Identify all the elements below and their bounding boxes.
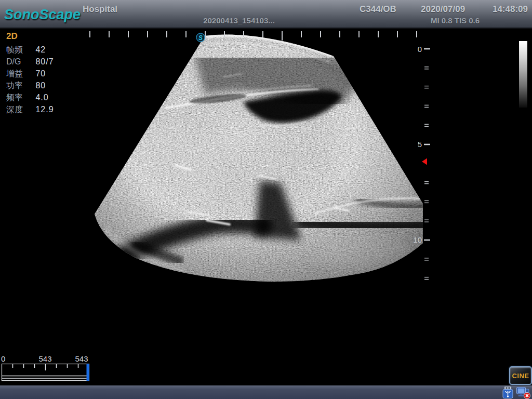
probe-preset: C344/OB [360,4,396,15]
param-value: 70 [35,69,46,78]
ultrasound-image-canvas[interactable]: S [0,0,532,399]
brand-logo: SonoScape [4,7,81,23]
param-label: 频率 [6,91,33,103]
orientation-marker-icon: S [196,33,205,42]
usb-icon[interactable] [501,386,514,399]
param-row-depth: 深度 12.9 [6,103,54,115]
bmode-fan-image [86,26,429,286]
cine-button[interactable]: CINE [509,366,532,385]
cine-total-value: 543 [66,354,97,363]
depth-label-10: 10 [408,235,422,244]
hospital-name: Hospital [83,4,117,15]
focus-marker-icon [422,158,427,165]
param-label: 功率 [6,79,33,91]
cine-gauge [2,364,90,381]
param-value: 12.9 [35,105,54,114]
top-bar: SonoScape Hospital 20200413_154103... C3… [0,0,532,29]
svg-text:S: S [198,34,203,42]
network-error-icon[interactable] [516,386,531,399]
param-label: D/G [6,56,33,68]
depth-label-5: 5 [408,140,422,149]
cine-current-value: 543 [30,354,61,363]
param-label: 增益 [6,68,33,79]
ultrasound-screen: { "header": { "brand": "SonoScape", "hos… [0,0,532,399]
date: 2020/07/09 [421,4,465,15]
param-value: 4.0 [35,93,48,102]
time: 14:48:09 [493,4,528,15]
grayscale-bar [519,41,527,108]
param-row-dg: D/G 80/7 [6,56,54,68]
param-value: 80 [35,81,46,90]
image-parameters-panel: 2D 帧频 42 D/G 80/7 增益 70 功率 80 频率 4.0 深度 … [6,31,54,115]
status-bar [0,385,532,399]
mode-label: 2D [6,31,54,44]
param-row-power: 功率 80 [6,79,54,91]
param-row-frequency: 频率 4.0 [6,91,54,103]
param-row-framerate: 帧频 42 [6,44,54,56]
param-label: 帧频 [6,44,33,56]
mi-tis-indices: MI 0.8 TIS 0.6 [425,16,485,25]
param-label: 深度 [6,103,33,115]
param-value: 80/7 [35,57,54,66]
param-row-gain: 增益 70 [6,68,54,79]
param-value: 42 [35,45,46,54]
exam-id: 20200413_154103... [177,16,301,25]
cine-position-marker[interactable] [87,364,90,381]
cine-start-value: 0 [1,354,5,363]
depth-label-0: 0 [408,45,422,54]
